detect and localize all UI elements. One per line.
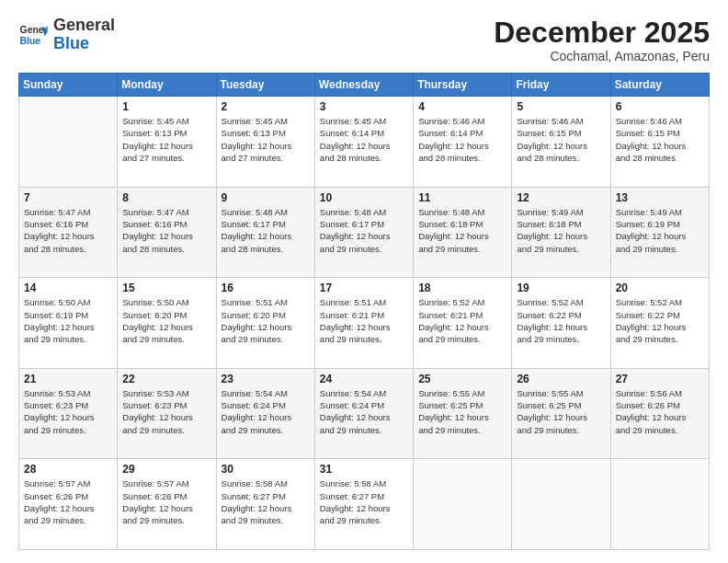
table-row: 12Sunrise: 5:49 AMSunset: 6:18 PMDayligh… <box>512 187 610 278</box>
logo-blue: Blue <box>53 35 115 53</box>
day-number: 16 <box>222 282 310 294</box>
col-sunday: Sunday <box>19 74 118 97</box>
day-info: Sunrise: 5:53 AMSunset: 6:23 PMDaylight:… <box>122 387 210 436</box>
table-row: 14Sunrise: 5:50 AMSunset: 6:19 PMDayligh… <box>19 278 118 369</box>
day-number: 17 <box>320 282 408 294</box>
table-row: 9Sunrise: 5:48 AMSunset: 6:17 PMDaylight… <box>216 187 314 278</box>
day-number: 22 <box>122 373 210 385</box>
calendar-header-row: Sunday Monday Tuesday Wednesday Thursday… <box>19 74 710 97</box>
table-row <box>512 459 610 550</box>
day-number: 5 <box>517 100 605 113</box>
table-row: 16Sunrise: 5:51 AMSunset: 6:20 PMDayligh… <box>216 278 314 369</box>
day-number: 29 <box>122 463 210 476</box>
day-info: Sunrise: 5:50 AMSunset: 6:19 PMDaylight:… <box>24 296 112 345</box>
day-info: Sunrise: 5:46 AMSunset: 6:15 PMDaylight:… <box>616 115 704 164</box>
table-row: 15Sunrise: 5:50 AMSunset: 6:20 PMDayligh… <box>118 278 216 369</box>
day-number: 24 <box>320 373 408 385</box>
table-row: 19Sunrise: 5:52 AMSunset: 6:22 PMDayligh… <box>512 278 610 369</box>
table-row <box>610 459 709 550</box>
day-info: Sunrise: 5:53 AMSunset: 6:23 PMDaylight:… <box>24 387 112 436</box>
day-info: Sunrise: 5:54 AMSunset: 6:24 PMDaylight:… <box>222 387 310 436</box>
table-row: 17Sunrise: 5:51 AMSunset: 6:21 PMDayligh… <box>314 278 413 369</box>
table-row: 3Sunrise: 5:45 AMSunset: 6:14 PMDaylight… <box>314 97 413 188</box>
general-blue-icon: General Blue <box>18 20 48 50</box>
day-number: 15 <box>122 282 210 294</box>
day-number: 20 <box>616 282 704 294</box>
day-number: 18 <box>418 282 506 294</box>
table-row: 24Sunrise: 5:54 AMSunset: 6:24 PMDayligh… <box>314 368 413 459</box>
day-info: Sunrise: 5:49 AMSunset: 6:18 PMDaylight:… <box>517 206 605 255</box>
col-wednesday: Wednesday <box>314 74 413 97</box>
day-info: Sunrise: 5:46 AMSunset: 6:14 PMDaylight:… <box>418 115 506 164</box>
day-number: 14 <box>24 282 112 294</box>
day-info: Sunrise: 5:55 AMSunset: 6:25 PMDaylight:… <box>418 387 506 436</box>
day-number: 30 <box>222 463 310 476</box>
table-row: 26Sunrise: 5:55 AMSunset: 6:25 PMDayligh… <box>512 368 610 459</box>
table-row: 8Sunrise: 5:47 AMSunset: 6:16 PMDaylight… <box>118 187 216 278</box>
day-info: Sunrise: 5:45 AMSunset: 6:13 PMDaylight:… <box>222 115 310 164</box>
table-row: 31Sunrise: 5:58 AMSunset: 6:27 PMDayligh… <box>314 459 413 550</box>
day-number: 25 <box>418 373 506 385</box>
table-row: 1Sunrise: 5:45 AMSunset: 6:13 PMDaylight… <box>118 97 216 188</box>
day-number: 13 <box>616 191 704 204</box>
table-row: 5Sunrise: 5:46 AMSunset: 6:15 PMDaylight… <box>512 97 610 188</box>
day-info: Sunrise: 5:47 AMSunset: 6:16 PMDaylight:… <box>122 206 210 255</box>
day-info: Sunrise: 5:49 AMSunset: 6:19 PMDaylight:… <box>616 206 704 255</box>
calendar-week-row: 1Sunrise: 5:45 AMSunset: 6:13 PMDaylight… <box>19 97 710 188</box>
day-info: Sunrise: 5:48 AMSunset: 6:17 PMDaylight:… <box>222 206 310 255</box>
day-info: Sunrise: 5:57 AMSunset: 6:26 PMDaylight:… <box>24 477 112 526</box>
day-info: Sunrise: 5:58 AMSunset: 6:27 PMDaylight:… <box>320 477 408 526</box>
day-info: Sunrise: 5:51 AMSunset: 6:20 PMDaylight:… <box>222 296 310 345</box>
logo: General Blue General Blue <box>18 17 115 53</box>
day-number: 4 <box>418 100 506 113</box>
logo-general: General <box>53 17 115 35</box>
table-row: 10Sunrise: 5:48 AMSunset: 6:17 PMDayligh… <box>314 187 413 278</box>
title-area: December 2025 Cochamal, Amazonas, Peru <box>494 17 710 63</box>
day-number: 21 <box>24 373 112 385</box>
table-row <box>414 459 512 550</box>
day-number: 26 <box>517 373 605 385</box>
day-info: Sunrise: 5:52 AMSunset: 6:22 PMDaylight:… <box>517 296 605 345</box>
col-thursday: Thursday <box>414 74 512 97</box>
table-row: 25Sunrise: 5:55 AMSunset: 6:25 PMDayligh… <box>414 368 512 459</box>
day-info: Sunrise: 5:57 AMSunset: 6:26 PMDaylight:… <box>122 477 210 526</box>
col-saturday: Saturday <box>610 74 709 97</box>
day-info: Sunrise: 5:46 AMSunset: 6:15 PMDaylight:… <box>517 115 605 164</box>
col-tuesday: Tuesday <box>216 74 314 97</box>
table-row: 4Sunrise: 5:46 AMSunset: 6:14 PMDaylight… <box>414 97 512 188</box>
day-number: 23 <box>222 373 310 385</box>
month-title: December 2025 <box>494 17 710 49</box>
table-row: 18Sunrise: 5:52 AMSunset: 6:21 PMDayligh… <box>414 278 512 369</box>
table-row: 22Sunrise: 5:53 AMSunset: 6:23 PMDayligh… <box>118 368 216 459</box>
table-row: 7Sunrise: 5:47 AMSunset: 6:16 PMDaylight… <box>19 187 118 278</box>
day-number: 27 <box>616 373 704 385</box>
day-info: Sunrise: 5:45 AMSunset: 6:13 PMDaylight:… <box>122 115 210 164</box>
header: General Blue General Blue December 2025 … <box>18 17 710 63</box>
table-row: 11Sunrise: 5:48 AMSunset: 6:18 PMDayligh… <box>414 187 512 278</box>
day-number: 1 <box>122 100 210 113</box>
day-number: 19 <box>517 282 605 294</box>
day-number: 7 <box>24 191 112 204</box>
day-number: 3 <box>320 100 408 113</box>
day-number: 31 <box>320 463 408 476</box>
day-info: Sunrise: 5:51 AMSunset: 6:21 PMDaylight:… <box>320 296 408 345</box>
col-monday: Monday <box>118 74 216 97</box>
day-number: 8 <box>122 191 210 204</box>
page: General Blue General Blue December 2025 … <box>0 0 728 563</box>
day-info: Sunrise: 5:50 AMSunset: 6:20 PMDaylight:… <box>122 296 210 345</box>
day-number: 9 <box>222 191 310 204</box>
table-row: 13Sunrise: 5:49 AMSunset: 6:19 PMDayligh… <box>610 187 709 278</box>
table-row: 23Sunrise: 5:54 AMSunset: 6:24 PMDayligh… <box>216 368 314 459</box>
day-info: Sunrise: 5:52 AMSunset: 6:21 PMDaylight:… <box>418 296 506 345</box>
day-number: 28 <box>24 463 112 476</box>
calendar-week-row: 28Sunrise: 5:57 AMSunset: 6:26 PMDayligh… <box>19 459 710 550</box>
day-info: Sunrise: 5:52 AMSunset: 6:22 PMDaylight:… <box>616 296 704 345</box>
table-row: 6Sunrise: 5:46 AMSunset: 6:15 PMDaylight… <box>610 97 709 188</box>
day-info: Sunrise: 5:56 AMSunset: 6:26 PMDaylight:… <box>616 387 704 436</box>
table-row: 28Sunrise: 5:57 AMSunset: 6:26 PMDayligh… <box>19 459 118 550</box>
day-number: 12 <box>517 191 605 204</box>
table-row: 30Sunrise: 5:58 AMSunset: 6:27 PMDayligh… <box>216 459 314 550</box>
table-row <box>19 97 118 188</box>
day-info: Sunrise: 5:58 AMSunset: 6:27 PMDaylight:… <box>222 477 310 526</box>
calendar-week-row: 21Sunrise: 5:53 AMSunset: 6:23 PMDayligh… <box>19 368 710 459</box>
